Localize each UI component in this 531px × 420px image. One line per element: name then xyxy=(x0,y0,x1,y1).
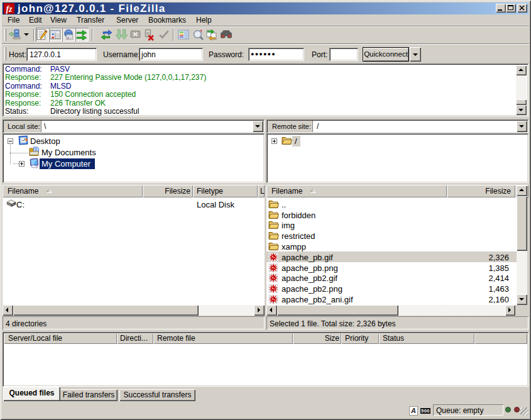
svg-text:fz: fz xyxy=(6,4,13,14)
